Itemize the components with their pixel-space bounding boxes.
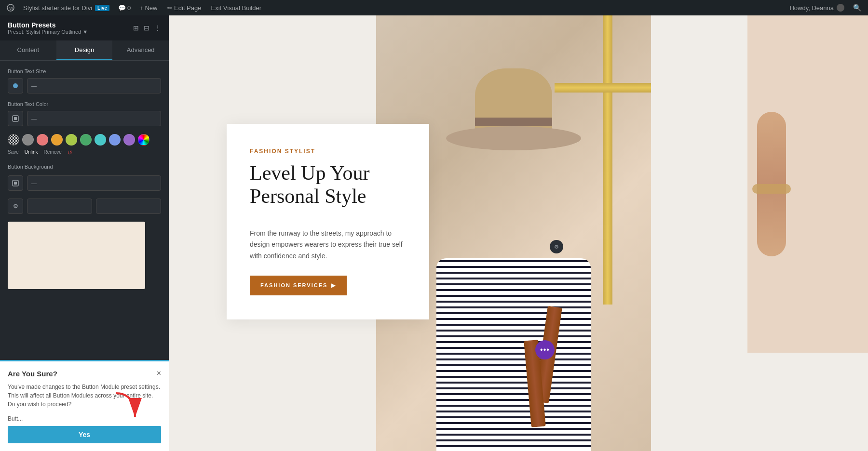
hat-shape	[446, 54, 581, 150]
svg-rect-4	[14, 117, 17, 120]
purple-swatch[interactable]	[123, 134, 135, 146]
text-size-value[interactable]: —	[27, 78, 161, 93]
text-color-value[interactable]: —	[27, 111, 161, 126]
purple-dot-menu[interactable]: •••	[535, 340, 555, 359]
gear-icon-button[interactable]: ⚙	[550, 240, 563, 253]
blue-swatch[interactable]	[109, 134, 121, 146]
shirt-body	[436, 258, 591, 451]
tab-advanced[interactable]: Advanced	[112, 40, 169, 60]
exit-builder-link[interactable]: Exit Visual Builder	[207, 4, 266, 12]
paint-swatch[interactable]	[138, 134, 149, 146]
card-body-text: From the runway to the streets, my appro…	[250, 228, 406, 262]
reset-color-icon[interactable]: ↺	[68, 149, 72, 156]
control-field-1[interactable]	[27, 199, 92, 214]
text-size-control[interactable]	[8, 78, 23, 93]
card-eyebrow: FASHION STYLIST	[250, 148, 406, 155]
far-right-image	[747, 15, 868, 353]
confirm-dialog-close-icon[interactable]: ×	[157, 369, 161, 378]
copy-icon[interactable]: ⊞	[133, 24, 139, 32]
bg-color-value[interactable]: —	[27, 175, 161, 191]
button-text-color-section: — Save Unlink Remove ↺	[8, 111, 161, 156]
color-actions: Save Unlink Remove ↺	[8, 149, 161, 156]
button-text-color-row: —	[8, 111, 161, 126]
pink-swatch[interactable]	[37, 134, 48, 146]
teal-swatch[interactable]	[95, 134, 106, 146]
panel-header: Button Presets Preset: Stylist Primary O…	[0, 15, 169, 40]
orange-swatch[interactable]	[51, 134, 63, 146]
bracelet-visual	[752, 184, 791, 194]
red-arrow-indicator	[106, 388, 145, 427]
confirm-dialog-header: Are You Sure? ×	[8, 369, 161, 378]
confirm-yes-button[interactable]: Yes	[8, 426, 161, 443]
user-menu[interactable]: Howdy, Deanna	[786, 4, 848, 12]
panel-title: Button Presets	[8, 21, 88, 29]
card-heading: Level Up Your Personal Style	[250, 161, 406, 208]
wp-logo-icon[interactable]: W	[4, 0, 17, 15]
hat-band	[475, 118, 552, 126]
transparent-swatch[interactable]	[8, 134, 19, 146]
button-text-size-label: Button Text Size	[8, 68, 161, 74]
color-swatches-row	[8, 134, 161, 146]
button-text-size-row: —	[8, 78, 161, 93]
wp-admin-bar: W Stylist starter site for Divi Live 💬 0…	[0, 0, 868, 15]
button-text-color-label: Button Text Color	[8, 101, 161, 107]
svg-point-2	[13, 83, 18, 88]
bg-color-control[interactable]	[8, 175, 23, 191]
svg-text:W: W	[9, 6, 14, 11]
fashion-services-button[interactable]: FASHION SERVICES ▶	[250, 276, 347, 295]
site-name[interactable]: Stylist starter site for Divi Live	[19, 4, 113, 12]
more-options-icon[interactable]: ⋮	[154, 24, 161, 32]
svg-rect-6	[14, 182, 17, 185]
main-content: FASHION STYLIST Level Up Your Personal S…	[169, 15, 868, 451]
panel-title-section: Button Presets Preset: Stylist Primary O…	[8, 21, 88, 35]
control-field-2[interactable]	[96, 199, 161, 214]
text-color-control[interactable]	[8, 111, 23, 126]
new-menu-item[interactable]: + New	[136, 4, 161, 12]
button-preview-box	[8, 222, 145, 289]
grid-icon[interactable]: ⊟	[144, 24, 149, 32]
save-color-action[interactable]: Save	[8, 149, 19, 156]
hat-brim	[446, 126, 581, 150]
confirm-buttons: Yes	[8, 426, 161, 443]
content-card: FASHION STYLIST Level Up Your Personal S…	[227, 124, 429, 319]
comment-count[interactable]: 💬 0	[115, 4, 134, 12]
panel-tabs: Content Design Advanced	[0, 40, 169, 61]
unlink-color-action[interactable]: Unlink	[25, 149, 38, 156]
edit-page-link[interactable]: ✏ Edit Page	[163, 4, 205, 12]
striped-shirt	[436, 258, 591, 451]
card-divider	[250, 218, 406, 218]
green-swatch[interactable]	[80, 134, 92, 146]
button-background-row: —	[8, 175, 161, 191]
gold-rack-vertical	[603, 15, 612, 305]
tab-content[interactable]: Content	[0, 40, 56, 60]
wp-search-icon[interactable]: 🔍	[850, 4, 864, 12]
button-background-label: Button Background	[8, 164, 161, 170]
remove-color-action[interactable]: Remove	[44, 149, 62, 156]
left-panel: Button Presets Preset: Stylist Primary O…	[0, 15, 169, 451]
panel-header-icons: ⊞ ⊟ ⋮	[133, 24, 161, 32]
confirm-dialog-title: Are You Sure?	[8, 370, 57, 378]
panel-preset-label: Preset: Stylist Primary Outlined ▼	[8, 29, 88, 35]
live-badge: Live	[95, 5, 109, 11]
user-avatar	[837, 4, 844, 12]
tab-design[interactable]: Design	[56, 40, 113, 60]
gradient-control[interactable]: ⚙	[8, 199, 23, 214]
yellow-green-swatch[interactable]	[66, 134, 77, 146]
button-arrow-icon: ▶	[331, 282, 336, 289]
gray-swatch[interactable]	[22, 134, 34, 146]
comment-icon: 💬	[118, 4, 126, 12]
